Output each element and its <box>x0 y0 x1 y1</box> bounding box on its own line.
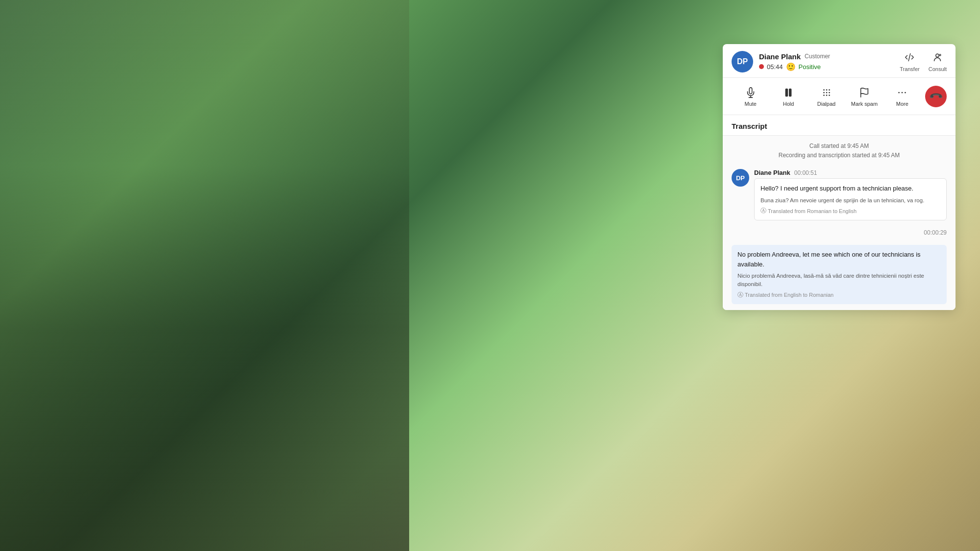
svg-point-15 <box>899 92 900 94</box>
name-row: Diane Plank Customer <box>759 52 894 61</box>
customer-message-row: DP Diane Plank 00:00:51 Hello? I need ur… <box>732 169 947 220</box>
call-panel: DP Diane Plank Customer 05:44 🙂 Positive <box>723 44 956 310</box>
agent-message-row: 00:00:29 No problem Andreeva, let me see… <box>732 229 947 304</box>
transcript-header: Transcript <box>723 115 956 136</box>
toolbar: Mute Hold Dialpad <box>723 78 956 115</box>
svg-point-10 <box>829 92 830 94</box>
agent-message-bubble: No problem Andreeva, let me see which on… <box>732 245 947 304</box>
consult-svg <box>932 52 943 63</box>
mark-spam-button[interactable]: Mark spam <box>845 83 883 110</box>
more-icon <box>895 86 909 99</box>
consult-icon <box>932 52 943 65</box>
agent-msg-english: No problem Andreeva, let me see which on… <box>737 250 941 269</box>
dialpad-icon <box>820 86 833 99</box>
more-svg <box>897 87 907 98</box>
customer-name: Diane Plank <box>759 52 801 61</box>
customer-message-bubble: Hello? I need urgent support from a tech… <box>754 178 947 220</box>
hold-label: Hold <box>783 101 794 107</box>
svg-point-13 <box>829 95 830 96</box>
hold-svg <box>783 87 794 98</box>
sentiment-label: Positive <box>799 63 821 71</box>
background-overlay <box>0 0 409 551</box>
transfer-button[interactable]: Transfer <box>900 52 920 72</box>
consult-label: Consult <box>929 66 947 72</box>
mute-svg <box>745 87 756 98</box>
svg-point-5 <box>823 89 825 91</box>
transfer-icon <box>904 52 915 65</box>
customer-avatar: DP <box>732 51 753 72</box>
hold-button[interactable]: Hold <box>769 83 807 110</box>
header-actions: Transfer Consult <box>900 52 947 72</box>
customer-msg-english: Hello? I need urgent support from a tech… <box>760 184 940 193</box>
recording-dot <box>759 64 764 69</box>
consult-button[interactable]: Consult <box>929 52 947 72</box>
status-row: 05:44 🙂 Positive <box>759 62 894 72</box>
agent-translation-label: Ⓐ Translated from English to Romanian <box>737 291 941 299</box>
more-label: More <box>896 101 908 107</box>
svg-rect-4 <box>789 89 791 96</box>
mark-spam-label: Mark spam <box>851 101 878 107</box>
end-call-button[interactable]: 📞 <box>925 86 947 107</box>
customer-msg-header: Diane Plank 00:00:51 <box>754 169 947 176</box>
mute-icon <box>744 86 758 99</box>
svg-point-8 <box>823 92 825 94</box>
customer-message-content: Diane Plank 00:00:51 Hello? I need urgen… <box>754 169 947 220</box>
svg-point-9 <box>826 92 827 94</box>
dialpad-label: Dialpad <box>817 101 835 107</box>
transfer-label: Transfer <box>900 66 920 72</box>
customer-badge: Customer <box>805 53 830 60</box>
customer-msg-romanian: Buna ziua? Am nevoie urgent de sprijin d… <box>760 196 940 205</box>
dialpad-button[interactable]: Dialpad <box>808 83 845 110</box>
customer-msg-name: Diane Plank <box>754 169 790 176</box>
translate-icon-customer: Ⓐ <box>760 207 766 215</box>
hold-icon <box>782 86 795 99</box>
customer-msg-time: 00:00:51 <box>794 169 817 176</box>
mute-label: Mute <box>744 101 756 107</box>
more-button[interactable]: More <box>883 83 921 110</box>
call-started-info: Call started at 9:45 AM Recording and tr… <box>732 142 947 160</box>
svg-point-12 <box>826 95 827 96</box>
svg-point-7 <box>829 89 830 91</box>
call-started-time: Call started at 9:45 AM <box>732 142 947 151</box>
recording-started-time: Recording and transcription started at 9… <box>732 151 947 160</box>
agent-msg-time: 00:00:29 <box>732 229 947 236</box>
svg-point-16 <box>902 92 903 94</box>
dialpad-svg <box>821 87 832 98</box>
mark-spam-icon <box>858 86 871 99</box>
panel-header: DP Diane Plank Customer 05:44 🙂 Positive <box>723 44 956 78</box>
translate-icon-agent: Ⓐ <box>737 291 743 299</box>
transfer-svg <box>904 52 915 63</box>
end-call-icon: 📞 <box>928 89 943 104</box>
header-info: Diane Plank Customer 05:44 🙂 Positive <box>759 52 894 72</box>
svg-point-6 <box>826 89 827 91</box>
message-avatar-dp: DP <box>732 169 749 187</box>
call-timer: 05:44 <box>767 63 783 71</box>
flag-svg <box>859 87 870 98</box>
sentiment-icon: 🙂 <box>786 62 796 72</box>
svg-point-11 <box>823 95 825 96</box>
agent-msg-romanian: Nicio problemă Andreeva, lasă-mă să văd … <box>737 272 941 289</box>
transcript-body: Call started at 9:45 AM Recording and tr… <box>723 136 956 310</box>
svg-point-17 <box>905 92 906 94</box>
mute-button[interactable]: Mute <box>732 83 769 110</box>
customer-translation-label: Ⓐ Translated from Romanian to English <box>760 207 940 215</box>
svg-point-0 <box>936 54 939 57</box>
svg-rect-3 <box>786 89 788 96</box>
